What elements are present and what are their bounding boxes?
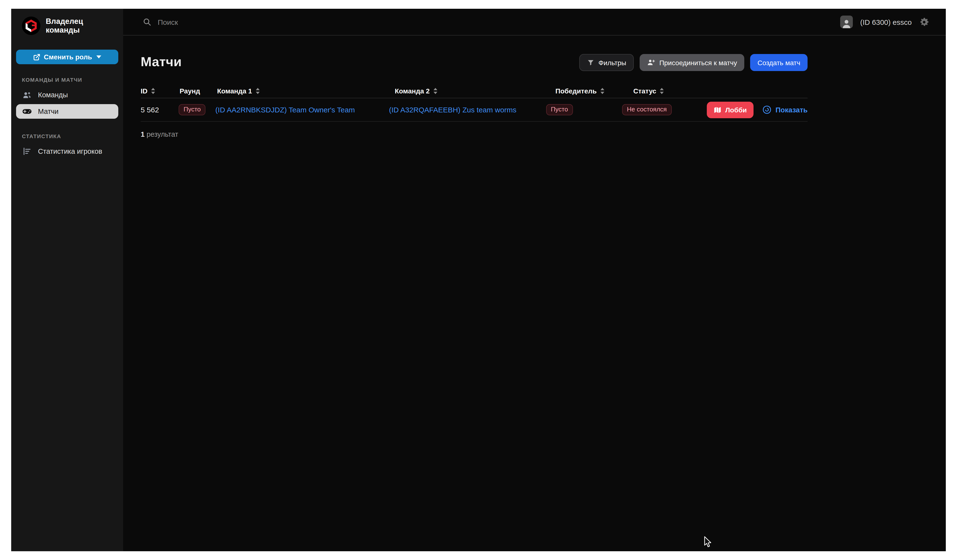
status-cell: Не состоялся bbox=[622, 104, 707, 115]
change-role-button[interactable]: Сменить роль bbox=[16, 50, 118, 64]
role-title: Владелец команды bbox=[46, 17, 118, 35]
sidebar-item-label: Матчи bbox=[38, 107, 58, 115]
winner-cell: Пусто bbox=[546, 104, 622, 115]
search-bar bbox=[143, 17, 840, 26]
change-role-label: Сменить роль bbox=[44, 53, 92, 61]
bar-chart-icon bbox=[22, 146, 32, 156]
sort-icon[interactable] bbox=[151, 88, 155, 95]
join-match-button[interactable]: Присоединиться к матчу bbox=[640, 54, 744, 71]
sort-icon[interactable] bbox=[433, 88, 437, 95]
create-match-label: Создать матч bbox=[757, 58, 800, 66]
results-summary: 1 результат bbox=[141, 130, 807, 138]
gamepad-icon bbox=[22, 106, 32, 117]
actions-cell: Лобби Показать bbox=[707, 101, 807, 118]
show-link[interactable]: Показать bbox=[762, 105, 807, 114]
column-header-winner[interactable]: Победитель bbox=[556, 87, 633, 95]
search-icon bbox=[143, 17, 152, 26]
column-header-team1[interactable]: Команда 1 bbox=[217, 87, 395, 95]
team1-cell: (ID AA2RNBKSDJDZ) Team Owner's Team bbox=[215, 105, 389, 114]
map-icon bbox=[714, 106, 722, 114]
lobby-label: Лобби bbox=[725, 106, 747, 114]
sidebar-item-teams[interactable]: Команды bbox=[16, 88, 118, 102]
users-icon bbox=[22, 90, 32, 100]
status-badge: Не состоялся bbox=[622, 104, 672, 115]
app-logo-icon bbox=[22, 17, 40, 35]
filter-icon bbox=[587, 59, 595, 66]
user-area: (ID 6300) essco bbox=[840, 16, 929, 28]
mouse-cursor bbox=[704, 536, 712, 548]
winner-badge: Пусто bbox=[546, 104, 573, 115]
page-header: Матчи Фильтры bbox=[141, 54, 807, 71]
sidebar-item-matches[interactable]: Матчи bbox=[16, 104, 118, 119]
match-id-cell: 5 562 bbox=[141, 106, 178, 114]
create-match-button[interactable]: Создать матч bbox=[750, 54, 807, 71]
column-header-round: Раунд bbox=[180, 87, 217, 95]
table-row: 5 562 Пусто (ID AA2RNBKSDJDZ) Team Owner… bbox=[141, 98, 807, 121]
table-header-row: ID Раунд Команда 1 Команда 2 bbox=[141, 84, 807, 98]
header-actions: Фильтры Присоединит bbox=[580, 54, 807, 71]
logo-row: Владелец команды bbox=[16, 17, 118, 35]
topbar: (ID 6300) essco bbox=[123, 9, 946, 36]
results-label: результат bbox=[147, 130, 178, 138]
chevron-down-icon bbox=[96, 55, 101, 58]
show-label: Показать bbox=[775, 106, 807, 114]
round-cell: Пусто bbox=[178, 104, 215, 115]
content: Матчи Фильтры bbox=[123, 36, 946, 551]
lobby-button[interactable]: Лобби bbox=[707, 101, 754, 118]
sort-icon[interactable] bbox=[660, 88, 664, 95]
eye-icon bbox=[762, 105, 772, 114]
team1-link[interactable]: (ID AA2RNBKSDJDZ) Team Owner's Team bbox=[215, 105, 355, 114]
app-window: Владелец команды Сменить роль КОМАНДЫ И … bbox=[11, 9, 946, 551]
sidebar-item-player-stats[interactable]: Статистика игроков bbox=[16, 144, 118, 159]
page-title: Матчи bbox=[141, 55, 182, 69]
results-count: 1 bbox=[141, 130, 145, 138]
main-area: (ID 6300) essco Матчи bbox=[123, 9, 946, 551]
sidebar-section-teams-matches: КОМАНДЫ И МАТЧИ bbox=[22, 77, 118, 83]
join-match-label: Присоединиться к матчу bbox=[659, 58, 737, 66]
search-input[interactable] bbox=[158, 18, 362, 26]
filters-label: Фильтры bbox=[599, 58, 626, 66]
matches-table: ID Раунд Команда 1 Команда 2 bbox=[141, 84, 807, 121]
column-header-team2[interactable]: Команда 2 bbox=[395, 87, 556, 95]
sort-icon[interactable] bbox=[600, 88, 604, 95]
team2-cell: (ID A32RQAFAEEBH) Zus team worms bbox=[389, 105, 546, 114]
sidebar: Владелец команды Сменить роль КОМАНДЫ И … bbox=[11, 9, 123, 551]
column-header-id[interactable]: ID bbox=[141, 87, 180, 95]
team2-link[interactable]: (ID A32RQAFAEEBH) Zus team worms bbox=[389, 105, 516, 114]
avatar[interactable] bbox=[840, 16, 853, 28]
page-viewport: Владелец команды Сменить роль КОМАНДЫ И … bbox=[0, 0, 957, 560]
column-header-status[interactable]: Статус bbox=[633, 87, 720, 95]
user-plus-icon bbox=[647, 58, 655, 67]
sidebar-section-statistics: СТАТИСТИКА bbox=[22, 133, 118, 139]
sidebar-item-label: Команды bbox=[38, 91, 68, 99]
sort-icon[interactable] bbox=[255, 88, 260, 95]
filters-button[interactable]: Фильтры bbox=[580, 54, 634, 71]
user-id-label[interactable]: (ID 6300) essco bbox=[860, 18, 912, 26]
round-badge: Пусто bbox=[178, 104, 206, 115]
sidebar-item-label: Статистика игроков bbox=[38, 147, 102, 155]
gear-icon[interactable] bbox=[919, 17, 929, 27]
external-link-icon bbox=[33, 53, 40, 61]
